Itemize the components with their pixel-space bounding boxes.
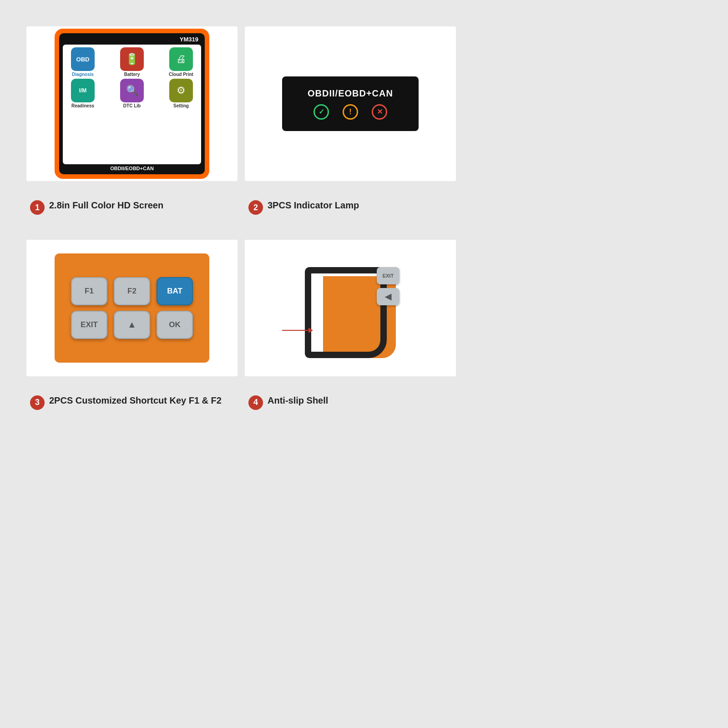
cloudprint-label: Cloud Print <box>169 72 193 77</box>
arrow-line <box>282 330 309 331</box>
side-back-btn[interactable]: ◀ <box>377 288 399 305</box>
btn-bat[interactable]: BAT <box>157 277 193 305</box>
app-icon-setting: ⚙ Setting <box>164 79 198 108</box>
readiness-icon: I/M <box>71 79 95 102</box>
btn-row-bottom: EXIT ▲ OK <box>71 311 193 339</box>
label-1: 1 2.8in Full Color HD Screen <box>23 197 241 224</box>
main-container: YM319 OBD Diagnosis 🔋 Battery 🖨 <box>23 23 460 460</box>
btn-bat-label: BAT <box>167 287 182 296</box>
app-icon-battery: 🔋 Battery <box>115 47 149 77</box>
quadrant-shell: EXIT ◀ <box>245 240 456 376</box>
btn-exit[interactable]: EXIT <box>71 311 107 339</box>
btn-f2[interactable]: F2 <box>114 277 150 305</box>
app-icon-dtclib: 🔍 DTC Lib <box>115 79 149 108</box>
diagnosis-label: Diagnosis <box>72 72 94 77</box>
btn-f1-label: F1 <box>85 287 94 296</box>
device-model: YM319 <box>63 36 201 43</box>
setting-icon: ⚙ <box>169 79 193 102</box>
arrow-indicator <box>282 330 309 331</box>
label-text-4: Anti-slip Shell <box>268 394 328 406</box>
btn-up[interactable]: ▲ <box>114 311 150 339</box>
indicator-cross: ✕ <box>372 104 387 120</box>
side-exit-label: EXIT <box>383 273 394 278</box>
indicator-check: ✓ <box>313 104 329 120</box>
screen-white-area: OBD Diagnosis 🔋 Battery 🖨 Cloud Print <box>63 45 201 164</box>
label-3: 3 2PCS Customized Shortcut Key F1 & F2 <box>23 392 241 435</box>
screen-inner: YM319 OBD Diagnosis 🔋 Battery 🖨 <box>59 33 205 174</box>
label-text-3: 2PCS Customized Shortcut Key F1 & F2 <box>49 394 222 406</box>
dtclib-label: DTC Lib <box>123 103 141 108</box>
badge-2: 2 <box>248 200 263 215</box>
buttons-panel: F1 F2 BAT EXIT ▲ OK <box>55 253 209 363</box>
btn-ok-label: OK <box>169 320 181 329</box>
icon-row-top: OBD Diagnosis 🔋 Battery 🖨 Cloud Print <box>66 47 198 77</box>
app-icon-diagnosis: OBD Diagnosis <box>66 47 100 77</box>
shell-device: EXIT ◀ <box>305 258 396 358</box>
btn-row-top: F1 F2 BAT <box>71 277 193 305</box>
side-buttons: EXIT ◀ <box>377 267 399 305</box>
quadrant-buttons: F1 F2 BAT EXIT ▲ OK <box>26 240 238 376</box>
black-frame <box>305 267 387 358</box>
icon-row-bottom: I/M Readiness 🔍 DTC Lib ⚙ Setting <box>66 79 198 108</box>
badge-4: 4 <box>248 395 263 410</box>
device-body: YM319 OBD Diagnosis 🔋 Battery 🖨 <box>55 29 209 179</box>
label-text-2: 3PCS Indicator Lamp <box>268 199 359 211</box>
side-exit-btn[interactable]: EXIT <box>377 267 399 284</box>
app-icon-cloudprint: 🖨 Cloud Print <box>164 47 198 77</box>
label-text-1: 2.8in Full Color HD Screen <box>49 199 163 211</box>
quadrant-screen: YM319 OBD Diagnosis 🔋 Battery 🖨 <box>26 26 238 181</box>
side-back-label: ◀ <box>385 292 391 302</box>
badge-3: 3 <box>30 395 45 410</box>
btn-ok[interactable]: OK <box>157 311 193 339</box>
battery-icon: 🔋 <box>120 47 144 71</box>
obd-indicators: ✓ ! ✕ <box>313 104 387 120</box>
cloudprint-icon: 🖨 <box>169 47 193 71</box>
indicator-warning: ! <box>343 104 358 120</box>
btn-f1[interactable]: F1 <box>71 277 107 305</box>
btn-f2-label: F2 <box>127 287 136 296</box>
battery-label: Battery <box>124 72 140 77</box>
label-2: 2 3PCS Indicator Lamp <box>241 197 460 224</box>
quadrant-obd: OBDII/EOBD+CAN ✓ ! ✕ <box>245 26 456 181</box>
shell-panel: EXIT ◀ <box>278 249 423 367</box>
screen-bottom-label: OBDII/EOBD+CAN <box>110 164 154 172</box>
btn-up-label: ▲ <box>127 319 136 330</box>
diagnosis-icon: OBD <box>71 47 95 71</box>
obd-panel: OBDII/EOBD+CAN ✓ ! ✕ <box>282 76 419 131</box>
dtclib-icon: 🔍 <box>120 79 144 102</box>
badge-1: 1 <box>30 200 45 215</box>
app-icon-readiness: I/M Readiness <box>66 79 100 108</box>
label-4: 4 Anti-slip Shell <box>241 392 460 435</box>
setting-label: Setting <box>173 103 189 108</box>
readiness-label: Readiness <box>71 103 94 108</box>
btn-exit-label: EXIT <box>81 320 98 329</box>
obd-title: OBDII/EOBD+CAN <box>308 88 393 99</box>
